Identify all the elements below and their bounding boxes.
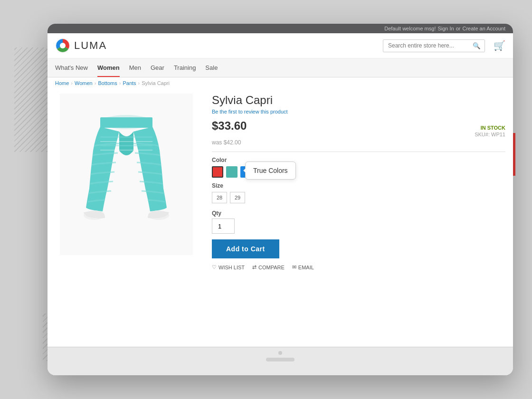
size-28[interactable]: 28	[212, 192, 227, 203]
size-label: Size	[212, 182, 505, 189]
svg-rect-7	[100, 136, 152, 138]
color-swatch-red[interactable]	[212, 166, 223, 178]
breadcrumb: Home › Women › Bottoms › Pants › Sylvia …	[48, 77, 513, 89]
svg-rect-9	[100, 145, 152, 146]
nav-men[interactable]: Men	[129, 58, 141, 77]
logo-area: LUMA	[55, 38, 107, 53]
nav-gear[interactable]: Gear	[151, 58, 164, 77]
product-details-column: Sylvia Capri Be the first to review this…	[207, 94, 505, 270]
size-swatches: 28 29	[212, 192, 505, 203]
breadcrumb-pants[interactable]: Pants	[123, 80, 136, 86]
action-links: ♡ WISH LIST ⇄ COMPARE ✉ EMAIL	[212, 264, 505, 270]
logo-text: LUMA	[74, 39, 107, 52]
compare-icon: ⇄	[252, 264, 256, 270]
compare-label: COMPARE	[258, 265, 285, 270]
search-area: 🔍	[383, 39, 485, 52]
product-title: Sylvia Capri	[212, 94, 505, 107]
nav-training[interactable]: Training	[174, 58, 196, 77]
nav-women[interactable]: Women	[97, 58, 120, 77]
breadcrumb-bottoms[interactable]: Bottoms	[98, 80, 117, 86]
breadcrumb-current: Sylvia Capri	[142, 80, 170, 86]
search-button[interactable]: 🔍	[469, 40, 484, 52]
stock-info: IN STOCK SKU#: WP11	[475, 123, 505, 137]
product-image	[60, 94, 193, 255]
product-area: Sylvia Capri Be the first to review this…	[48, 89, 513, 280]
luma-logo-icon	[55, 38, 70, 53]
svg-rect-8	[100, 141, 152, 142]
review-link[interactable]: Be the first to review this product	[212, 109, 505, 114]
email-label: EMAIL	[298, 265, 314, 270]
search-input[interactable]	[383, 40, 469, 51]
color-swatches: True Colors	[212, 166, 505, 178]
email-link[interactable]: ✉ EMAIL	[292, 264, 314, 270]
product-price: $33.60	[212, 119, 247, 133]
top-header-bar: Default welcome msg! Sign In or Create a…	[48, 24, 513, 33]
qty-input[interactable]	[212, 218, 235, 234]
breadcrumb-women[interactable]: Women	[75, 80, 93, 86]
create-account-link[interactable]: Create an Account	[462, 26, 505, 31]
wish-list-icon: ♡	[212, 264, 217, 270]
cart-icon[interactable]: 🛒	[494, 40, 505, 51]
or-text: or	[456, 26, 461, 31]
svg-rect-4	[100, 117, 152, 128]
nav-whats-new[interactable]: What's New	[55, 58, 88, 77]
tooltip-true-colors: True Colors	[245, 162, 296, 180]
nav-sale[interactable]: Sale	[205, 58, 218, 77]
product-image-column	[55, 94, 198, 270]
wish-list-label: WISH LIST	[218, 265, 245, 270]
email-icon: ✉	[292, 264, 296, 270]
price-row: $33.60 IN STOCK SKU#: WP11	[212, 119, 505, 137]
breadcrumb-home[interactable]: Home	[55, 80, 69, 86]
main-header: LUMA 🔍 🛒	[48, 33, 513, 58]
add-to-cart-button[interactable]: Add to Cart	[212, 239, 279, 258]
laptop-notch	[266, 358, 294, 361]
svg-point-1	[60, 43, 66, 48]
divider	[212, 152, 505, 152]
welcome-message: Default welcome msg!	[384, 26, 436, 31]
sku-info: SKU#: WP11	[475, 132, 505, 137]
was-price: was $42.00	[212, 139, 505, 146]
qty-label: Qty	[212, 210, 505, 217]
signin-link[interactable]: Sign In	[437, 26, 454, 31]
laptop-bottom	[48, 347, 513, 375]
laptop-camera	[278, 351, 282, 355]
laptop-frame: Default welcome msg! Sign In or Create a…	[48, 24, 513, 375]
size-29[interactable]: 29	[230, 192, 245, 203]
svg-rect-10	[100, 150, 152, 151]
in-stock-label: IN STOCK	[481, 125, 505, 131]
wish-list-link[interactable]: ♡ WISH LIST	[212, 264, 245, 270]
compare-link[interactable]: ⇄ COMPARE	[252, 264, 285, 270]
color-swatch-teal[interactable]	[226, 166, 238, 178]
laptop-screen: Default welcome msg! Sign In or Create a…	[48, 24, 513, 347]
main-navigation: What's New Women Men Gear Training Sale	[48, 58, 513, 77]
